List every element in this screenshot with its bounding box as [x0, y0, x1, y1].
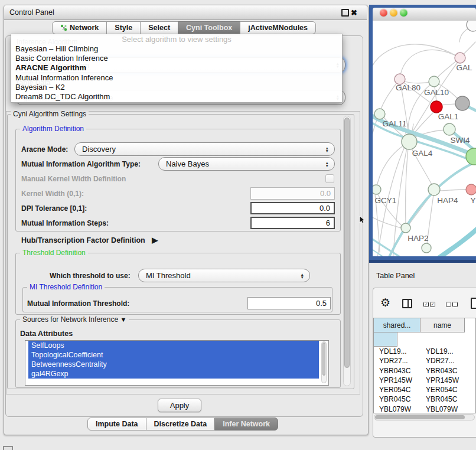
hub-definition-toggle[interactable]: Hub/Transcription Factor Definition ▶: [21, 236, 158, 244]
tab-jactivemnodules[interactable]: jActiveMNodules: [240, 21, 316, 34]
manual-kernel-checkbox[interactable]: [325, 174, 334, 183]
network-node-label: GAL10: [424, 88, 449, 97]
table-hscrollbar[interactable]: [374, 414, 475, 420]
select-all-columns-icon[interactable]: ✓ ✓: [423, 302, 435, 307]
aracne-mode-label: Aracne Mode:: [21, 145, 68, 154]
apply-button[interactable]: Apply: [158, 399, 201, 412]
network-node-swi4[interactable]: [444, 123, 455, 135]
attributes-scrollbar[interactable]: [321, 341, 327, 383]
table-row[interactable]: YDR27...YDR27...12: [374, 356, 475, 366]
kernel-width-field[interactable]: 0.0: [250, 187, 335, 200]
table-row[interactable]: YBL079WYBL079W: [374, 405, 475, 413]
network-canvas[interactable]: GALGAL80GAL10GAL1GAL11SWI4GAL4GCY1HAP4YH…: [373, 21, 476, 256]
which-threshold-label: Which threshold to use:: [50, 272, 131, 280]
network-node-hap4[interactable]: [428, 184, 440, 195]
network-icon: [60, 24, 67, 31]
expanded-arrow-icon[interactable]: ▼: [120, 316, 126, 323]
table-column-header[interactable]: name: [420, 318, 465, 332]
bottom-tab-infer-network[interactable]: Infer Network: [214, 418, 278, 431]
network-window-titlebar[interactable]: [373, 8, 476, 21]
aracne-mode-value: Discovery: [82, 143, 116, 155]
tab-style[interactable]: Style: [106, 21, 141, 34]
attributes-scrollbar-thumb[interactable]: [322, 343, 325, 376]
which-threshold-combo[interactable]: MI Threshold ▲▼: [138, 269, 310, 282]
data-attribute-item[interactable]: BetweennessCentrality: [28, 360, 319, 369]
table-cell: YBL079W: [420, 405, 465, 413]
settings-scrollbar-thumb[interactable]: [344, 118, 350, 368]
algorithm-popup-item[interactable]: Basic Correlation Inference: [11, 54, 342, 63]
network-node-gcy1[interactable]: [373, 185, 381, 194]
minimized-panel-icon[interactable]: [3, 446, 13, 450]
table-column-header[interactable]: [374, 332, 397, 347]
node-table[interactable]: shared...name YDL19...YDL19...13YDR27...…: [373, 318, 476, 413]
network-node-label: GAL11: [382, 119, 406, 128]
table-cell: YBR043C: [420, 366, 465, 376]
mi-type-combo[interactable]: Naive Bayes ▲▼: [158, 157, 335, 171]
table-row[interactable]: YBR043CYBR043C: [374, 366, 475, 376]
gear-icon[interactable]: ⚙: [380, 297, 390, 308]
cyni-settings-label: Cyni Algorithm Settings: [11, 110, 89, 118]
data-attribute-item[interactable]: gal4RGexp: [28, 369, 319, 379]
bottom-tab-impute-data[interactable]: Impute Data: [87, 418, 146, 431]
network-node[interactable]: [455, 96, 470, 110]
mi-threshold-label: Mutual Information Threshold:: [27, 299, 129, 308]
table-cell: YPR145W: [420, 376, 465, 385]
algorithm-popup-item[interactable]: Dream8 DC_TDC Algorithm: [11, 92, 342, 102]
zoom-traffic-light[interactable]: [400, 9, 407, 17]
network-node-gal1[interactable]: [431, 101, 442, 113]
deselect-all-columns-icon[interactable]: [446, 302, 458, 307]
control-panel-title: Control Panel: [4, 5, 54, 19]
columns-icon[interactable]: [402, 299, 412, 308]
table-row[interactable]: YPR145WYPR145W9.: [374, 376, 475, 385]
close-traffic-light[interactable]: [380, 9, 387, 17]
minimize-traffic-light[interactable]: [390, 9, 397, 17]
data-attribute-item[interactable]: SelfLoops: [28, 341, 319, 350]
node-table-body: YDL19...YDL19...13YDR27...YDR27...12YBR0…: [374, 347, 475, 413]
control-panel-tabbar: NetworkStyleSelectCyni ToolboxjActiveMNo…: [52, 21, 316, 34]
network-node-gal10[interactable]: [429, 76, 439, 87]
float-icon[interactable]: [341, 9, 349, 17]
new-table-icon[interactable]: [471, 298, 476, 309]
table-cell: YBR045C: [420, 394, 465, 404]
combo-arrows-icon: ▲▼: [325, 146, 329, 152]
collapsed-arrow-icon[interactable]: ▶: [152, 236, 158, 244]
network-node-gal4[interactable]: [402, 134, 417, 149]
table-row[interactable]: YDL19...YDL19...13: [374, 347, 475, 356]
algorithm-popup-items: Bayesian – Hill ClimbingBasic Correlatio…: [11, 44, 342, 102]
network-node-y[interactable]: [466, 184, 476, 195]
network-node[interactable]: [422, 243, 431, 253]
table-cell: YER054C: [420, 385, 465, 394]
settings-scrollbar[interactable]: [343, 116, 351, 386]
table-row[interactable]: YER054CYER054C8.: [374, 385, 475, 394]
table-column-header[interactable]: shared...: [374, 318, 420, 332]
tab-network[interactable]: Network: [52, 21, 107, 34]
close-icon[interactable]: ✖: [351, 9, 357, 17]
network-node-label: Y: [470, 196, 475, 205]
table-row[interactable]: YBR045CYBR045C9.: [374, 394, 475, 404]
aracne-mode-combo[interactable]: Discovery ▲▼: [74, 142, 335, 156]
algorithm-popup-item[interactable]: Bayesian – Hill Climbing: [11, 44, 342, 54]
algorithm-popup-item[interactable]: ARACNE Algorithm: [11, 63, 342, 73]
kernel-width-label: Kernel Width (0,1):: [21, 190, 84, 198]
tab-select[interactable]: Select: [140, 21, 178, 34]
dpi-tolerance-field[interactable]: 0.0: [250, 202, 335, 214]
bottom-tab-discretize-data[interactable]: Discretize Data: [146, 418, 216, 431]
sources-group-label[interactable]: Sources for Network Inference ▼: [20, 315, 129, 324]
tab-cyni-toolbox[interactable]: Cyni Toolbox: [178, 21, 240, 34]
network-node-gal11[interactable]: [374, 109, 385, 119]
algorithm-popup-item[interactable]: Bayesian – K2: [11, 83, 342, 92]
network-node-gal[interactable]: [455, 53, 465, 63]
tab-label: Discretize Data: [154, 418, 207, 431]
mi-threshold-field[interactable]: 0.5: [247, 297, 331, 309]
network-node[interactable]: [467, 21, 476, 31]
network-node-label: GAL80: [396, 83, 420, 92]
network-node-label: HAP4: [437, 196, 458, 205]
table-cell: YER054C: [374, 385, 420, 394]
table-hscrollbar-thumb[interactable]: [375, 415, 465, 419]
mouse-cursor: [359, 216, 366, 224]
data-attributes-list[interactable]: SelfLoopsTopologicalCoefficientBetweenne…: [25, 340, 329, 386]
algorithm-popup-item[interactable]: Mutual Information Inference: [11, 73, 342, 83]
data-attribute-item[interactable]: TopologicalCoefficient: [28, 350, 319, 360]
network-node-hap2[interactable]: [401, 223, 410, 233]
mi-steps-field[interactable]: 6: [250, 217, 335, 229]
